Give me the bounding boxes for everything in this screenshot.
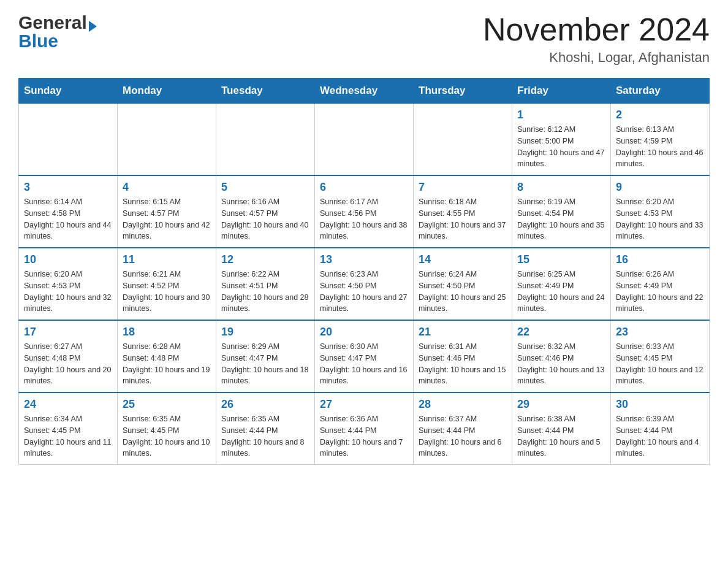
calendar-week-row-2: 3Sunrise: 6:14 AMSunset: 4:58 PMDaylight… xyxy=(19,175,710,248)
calendar-cell: 23Sunrise: 6:33 AMSunset: 4:45 PMDayligh… xyxy=(611,320,710,393)
day-number: 20 xyxy=(320,326,408,339)
day-number: 5 xyxy=(221,181,309,194)
calendar-week-row-3: 10Sunrise: 6:20 AMSunset: 4:53 PMDayligh… xyxy=(19,248,710,320)
day-info: Sunrise: 6:35 AMSunset: 4:45 PMDaylight:… xyxy=(123,413,211,459)
calendar-cell: 18Sunrise: 6:28 AMSunset: 4:48 PMDayligh… xyxy=(118,320,216,393)
calendar-cell: 5Sunrise: 6:16 AMSunset: 4:57 PMDaylight… xyxy=(216,175,315,248)
day-info: Sunrise: 6:23 AMSunset: 4:50 PMDaylight:… xyxy=(320,269,408,315)
weekday-header-tuesday: Tuesday xyxy=(216,79,315,104)
calendar-cell: 11Sunrise: 6:21 AMSunset: 4:52 PMDayligh… xyxy=(118,248,216,320)
day-info: Sunrise: 6:14 AMSunset: 4:58 PMDaylight:… xyxy=(24,196,112,242)
calendar-cell: 21Sunrise: 6:31 AMSunset: 4:46 PMDayligh… xyxy=(414,320,512,393)
day-number: 24 xyxy=(24,398,112,411)
day-info: Sunrise: 6:19 AMSunset: 4:54 PMDaylight:… xyxy=(517,196,605,242)
location-subtitle: Khoshi, Logar, Afghanistan xyxy=(483,50,710,66)
calendar-cell: 29Sunrise: 6:38 AMSunset: 4:44 PMDayligh… xyxy=(512,393,611,465)
day-info: Sunrise: 6:35 AMSunset: 4:44 PMDaylight:… xyxy=(221,413,309,459)
calendar-cell: 12Sunrise: 6:22 AMSunset: 4:51 PMDayligh… xyxy=(216,248,315,320)
logo-text: General xyxy=(18,12,97,33)
day-number: 14 xyxy=(419,253,507,266)
day-number: 3 xyxy=(24,181,112,194)
day-number: 7 xyxy=(419,181,507,194)
day-info: Sunrise: 6:31 AMSunset: 4:46 PMDaylight:… xyxy=(419,341,507,387)
day-info: Sunrise: 6:38 AMSunset: 4:44 PMDaylight:… xyxy=(517,413,605,459)
day-number: 19 xyxy=(221,326,309,339)
logo: General Blue xyxy=(18,12,97,52)
day-info: Sunrise: 6:25 AMSunset: 4:49 PMDaylight:… xyxy=(517,269,605,315)
calendar-cell: 7Sunrise: 6:18 AMSunset: 4:55 PMDaylight… xyxy=(414,175,512,248)
day-number: 15 xyxy=(517,253,605,266)
day-number: 13 xyxy=(320,253,408,266)
day-info: Sunrise: 6:18 AMSunset: 4:55 PMDaylight:… xyxy=(419,196,507,242)
day-info: Sunrise: 6:29 AMSunset: 4:47 PMDaylight:… xyxy=(221,341,309,387)
calendar-cell: 27Sunrise: 6:36 AMSunset: 4:44 PMDayligh… xyxy=(315,393,414,465)
day-info: Sunrise: 6:16 AMSunset: 4:57 PMDaylight:… xyxy=(221,196,309,242)
day-info: Sunrise: 6:26 AMSunset: 4:49 PMDaylight:… xyxy=(616,269,704,315)
logo-triangle-icon xyxy=(89,21,97,32)
calendar-cell xyxy=(414,104,512,176)
calendar-cell: 22Sunrise: 6:32 AMSunset: 4:46 PMDayligh… xyxy=(512,320,611,393)
calendar-cell: 6Sunrise: 6:17 AMSunset: 4:56 PMDaylight… xyxy=(315,175,414,248)
day-number: 17 xyxy=(24,326,112,339)
day-info: Sunrise: 6:34 AMSunset: 4:45 PMDaylight:… xyxy=(24,413,112,459)
calendar-cell: 25Sunrise: 6:35 AMSunset: 4:45 PMDayligh… xyxy=(118,393,216,465)
day-info: Sunrise: 6:30 AMSunset: 4:47 PMDaylight:… xyxy=(320,341,408,387)
calendar-cell xyxy=(19,104,118,176)
calendar-table: SundayMondayTuesdayWednesdayThursdayFrid… xyxy=(18,78,710,465)
day-number: 29 xyxy=(517,398,605,411)
day-number: 2 xyxy=(616,109,704,121)
calendar-cell: 9Sunrise: 6:20 AMSunset: 4:53 PMDaylight… xyxy=(611,175,710,248)
title-block: November 2024 Khoshi, Logar, Afghanistan xyxy=(483,12,710,66)
day-info: Sunrise: 6:39 AMSunset: 4:44 PMDaylight:… xyxy=(616,413,704,459)
weekday-header-wednesday: Wednesday xyxy=(315,79,414,104)
weekday-header-thursday: Thursday xyxy=(414,79,512,104)
weekday-header-monday: Monday xyxy=(118,79,216,104)
calendar-cell: 26Sunrise: 6:35 AMSunset: 4:44 PMDayligh… xyxy=(216,393,315,465)
calendar-cell: 28Sunrise: 6:37 AMSunset: 4:44 PMDayligh… xyxy=(414,393,512,465)
day-number: 18 xyxy=(123,326,211,339)
day-info: Sunrise: 6:33 AMSunset: 4:45 PMDaylight:… xyxy=(616,341,704,387)
calendar-cell: 16Sunrise: 6:26 AMSunset: 4:49 PMDayligh… xyxy=(611,248,710,320)
day-number: 6 xyxy=(320,181,408,194)
calendar-cell: 3Sunrise: 6:14 AMSunset: 4:58 PMDaylight… xyxy=(19,175,118,248)
day-info: Sunrise: 6:36 AMSunset: 4:44 PMDaylight:… xyxy=(320,413,408,459)
day-number: 4 xyxy=(123,181,211,194)
day-number: 16 xyxy=(616,253,704,266)
day-number: 30 xyxy=(616,398,704,411)
weekday-header-friday: Friday xyxy=(512,79,611,104)
day-number: 9 xyxy=(616,181,704,194)
calendar-cell: 13Sunrise: 6:23 AMSunset: 4:50 PMDayligh… xyxy=(315,248,414,320)
calendar-cell xyxy=(216,104,315,176)
page-header: General Blue November 2024 Khoshi, Logar… xyxy=(18,12,710,66)
calendar-cell xyxy=(315,104,414,176)
day-number: 27 xyxy=(320,398,408,411)
day-number: 10 xyxy=(24,253,112,266)
day-info: Sunrise: 6:12 AMSunset: 5:00 PMDaylight:… xyxy=(517,124,605,170)
calendar-cell: 20Sunrise: 6:30 AMSunset: 4:47 PMDayligh… xyxy=(315,320,414,393)
calendar-week-row-5: 24Sunrise: 6:34 AMSunset: 4:45 PMDayligh… xyxy=(19,393,710,465)
day-info: Sunrise: 6:27 AMSunset: 4:48 PMDaylight:… xyxy=(24,341,112,387)
day-info: Sunrise: 6:17 AMSunset: 4:56 PMDaylight:… xyxy=(320,196,408,242)
calendar-cell: 19Sunrise: 6:29 AMSunset: 4:47 PMDayligh… xyxy=(216,320,315,393)
day-info: Sunrise: 6:21 AMSunset: 4:52 PMDaylight:… xyxy=(123,269,211,315)
weekday-header-sunday: Sunday xyxy=(19,79,118,104)
calendar-cell: 14Sunrise: 6:24 AMSunset: 4:50 PMDayligh… xyxy=(414,248,512,320)
day-info: Sunrise: 6:37 AMSunset: 4:44 PMDaylight:… xyxy=(419,413,507,459)
day-info: Sunrise: 6:28 AMSunset: 4:48 PMDaylight:… xyxy=(123,341,211,387)
day-info: Sunrise: 6:13 AMSunset: 4:59 PMDaylight:… xyxy=(616,124,704,170)
calendar-week-row-4: 17Sunrise: 6:27 AMSunset: 4:48 PMDayligh… xyxy=(19,320,710,393)
day-number: 1 xyxy=(517,109,605,121)
day-number: 12 xyxy=(221,253,309,266)
day-number: 8 xyxy=(517,181,605,194)
calendar-cell: 8Sunrise: 6:19 AMSunset: 4:54 PMDaylight… xyxy=(512,175,611,248)
day-number: 22 xyxy=(517,326,605,339)
calendar-cell xyxy=(118,104,216,176)
day-info: Sunrise: 6:22 AMSunset: 4:51 PMDaylight:… xyxy=(221,269,309,315)
logo-general: General xyxy=(18,12,87,33)
month-title: November 2024 xyxy=(483,12,710,47)
day-info: Sunrise: 6:24 AMSunset: 4:50 PMDaylight:… xyxy=(419,269,507,315)
weekday-header-saturday: Saturday xyxy=(611,79,710,104)
calendar-cell: 17Sunrise: 6:27 AMSunset: 4:48 PMDayligh… xyxy=(19,320,118,393)
logo-blue: Blue xyxy=(18,31,58,52)
day-number: 25 xyxy=(123,398,211,411)
